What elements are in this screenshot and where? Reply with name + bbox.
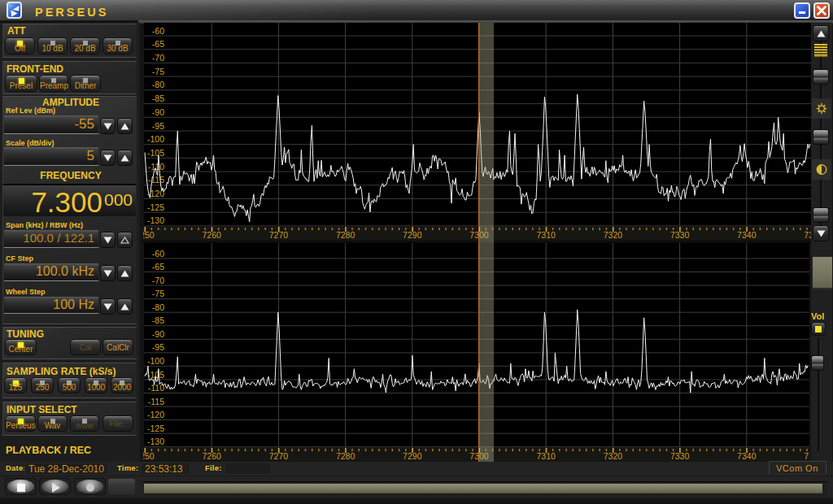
svg-text:7320: 7320 xyxy=(604,451,623,461)
svg-text:-130: -130 xyxy=(147,437,164,446)
svg-text:7310: 7310 xyxy=(537,451,556,461)
svg-text:-85: -85 xyxy=(152,93,164,103)
svg-text:7280: 7280 xyxy=(336,230,355,240)
svg-text:-60: -60 xyxy=(152,249,164,259)
svg-text:-80: -80 xyxy=(152,80,164,89)
svg-text:-85: -85 xyxy=(152,315,164,325)
svg-text:-110: -110 xyxy=(148,383,164,393)
svg-text:7260: 7260 xyxy=(203,451,222,461)
svg-text:-100: -100 xyxy=(147,134,164,144)
svg-text:-65: -65 xyxy=(152,39,164,49)
svg-text:7310: 7310 xyxy=(537,230,556,240)
svg-text:-70: -70 xyxy=(152,53,164,63)
svg-text:-90: -90 xyxy=(152,329,164,339)
svg-text:-70: -70 xyxy=(152,276,164,285)
svg-text:7290: 7290 xyxy=(403,451,422,461)
svg-text:-130: -130 xyxy=(147,215,164,225)
svg-text:-80: -80 xyxy=(152,302,164,312)
svg-text:7330: 7330 xyxy=(670,230,690,240)
svg-text:-60: -60 xyxy=(152,26,164,36)
svg-text:-125: -125 xyxy=(147,202,164,212)
svg-text:-75: -75 xyxy=(152,289,164,298)
svg-text:7260: 7260 xyxy=(203,230,222,240)
svg-text:7280: 7280 xyxy=(336,451,355,461)
svg-text:7270: 7270 xyxy=(269,230,289,240)
svg-text:-90: -90 xyxy=(152,107,164,117)
svg-text:-95: -95 xyxy=(152,121,164,131)
svg-text:7340: 7340 xyxy=(737,230,757,240)
svg-text:-65: -65 xyxy=(152,262,164,272)
svg-text:7250: 7250 xyxy=(143,451,155,461)
svg-text:-100: -100 xyxy=(147,356,164,366)
svg-text:7340: 7340 xyxy=(737,451,757,461)
svg-text:7250: 7250 xyxy=(143,230,155,240)
svg-text:7330: 7330 xyxy=(670,451,690,461)
svg-text:7290: 7290 xyxy=(403,230,422,240)
svg-text:7320: 7320 xyxy=(604,230,623,240)
svg-text:-105: -105 xyxy=(147,148,164,158)
svg-text:-115: -115 xyxy=(148,397,164,406)
svg-text:-120: -120 xyxy=(147,410,164,419)
svg-text:-95: -95 xyxy=(152,342,164,352)
svg-text:7350: 7350 xyxy=(804,451,809,461)
svg-text:-125: -125 xyxy=(147,424,164,433)
svg-text:7270: 7270 xyxy=(269,451,289,461)
svg-text:-75: -75 xyxy=(152,67,164,76)
svg-text:7350: 7350 xyxy=(804,230,811,240)
svg-text:-115: -115 xyxy=(148,175,164,185)
